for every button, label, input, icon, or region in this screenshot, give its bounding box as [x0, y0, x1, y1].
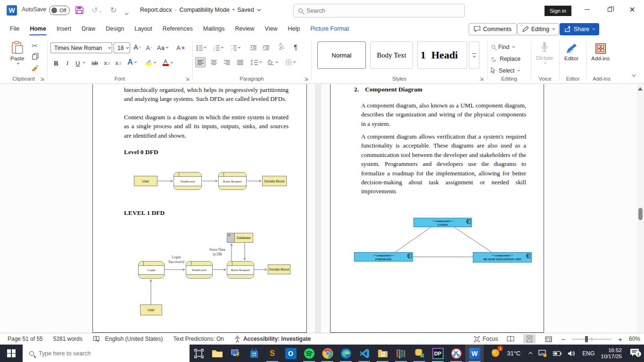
staruml-button[interactable]	[392, 345, 410, 362]
tab-help[interactable]: Help	[282, 22, 305, 36]
font-color-chevron-icon[interactable]	[171, 61, 173, 64]
minimize-button[interactable]	[576, 0, 598, 19]
scrollbar-thumb[interactable]	[638, 208, 643, 220]
bullets-button[interactable]	[196, 42, 206, 53]
justify-button[interactable]	[235, 57, 245, 67]
strikethrough-button[interactable]: ab	[90, 58, 99, 68]
tray-expand-icon[interactable]	[528, 352, 532, 355]
microsoft-store-button[interactable]	[245, 345, 263, 362]
read-mode-button[interactable]	[504, 334, 517, 344]
clock[interactable]: 16:52 10/17/25	[601, 347, 622, 360]
styles-gallery-more-button[interactable]	[469, 41, 479, 69]
select-button[interactable]: Select	[491, 66, 519, 75]
change-case-button[interactable]: Aa	[157, 42, 167, 53]
datagrip-button[interactable]: DP	[429, 345, 447, 362]
word-count[interactable]: 5281 words	[53, 336, 83, 342]
outlook-button[interactable]: O	[281, 345, 300, 362]
edge-button[interactable]	[337, 345, 355, 362]
addins-button[interactable]: Add-ins	[591, 43, 610, 61]
page-right[interactable]: 2. Component Diagram A component diagram…	[330, 84, 544, 333]
language-indicator[interactable]: English (United States)	[105, 336, 163, 342]
proofing-icon[interactable]	[93, 336, 100, 342]
titlebar-search[interactable]	[293, 4, 465, 17]
tab-insert[interactable]: Insert	[51, 22, 76, 36]
scroll-up-icon[interactable]	[638, 87, 643, 90]
flow-launcher-button[interactable]: S	[263, 345, 281, 362]
tab-design[interactable]: Design	[100, 22, 129, 36]
editor-button[interactable]: Editor	[564, 43, 578, 61]
save-icon[interactable]	[75, 6, 83, 14]
align-center-button[interactable]	[209, 57, 218, 67]
style-body-text[interactable]: Body Text	[370, 41, 413, 69]
tab-review[interactable]: Review	[230, 22, 260, 36]
dictate-button[interactable]: Dictate	[536, 41, 553, 64]
level1-dfd-diagram[interactable]: D Database Store Datain DB LoginSuccessf…	[133, 230, 296, 319]
spotify-button[interactable]	[300, 345, 318, 362]
document-canvas[interactable]: hierarchically organized, which helps in…	[0, 84, 644, 333]
level0-dfd-diagram[interactable]: User Dashboard Raise Request Donate Bloo…	[133, 172, 289, 195]
page-indicator[interactable]: Page 51 of 55	[8, 336, 43, 342]
taskbar-search[interactable]	[23, 345, 190, 362]
font-family-select[interactable]: Times New Roman	[50, 42, 112, 53]
highlight-chevron-icon[interactable]	[154, 61, 157, 64]
zoom-slider[interactable]	[572, 339, 611, 339]
temperature-label[interactable]: 31°C	[507, 350, 520, 357]
task-view-button[interactable]	[190, 345, 208, 362]
tab-mailings[interactable]: Mailings	[198, 22, 230, 36]
title-chevron-icon[interactable]	[257, 7, 261, 11]
wireless-display-icon[interactable]	[538, 350, 547, 357]
font-dialog-launcher[interactable]: ⇲	[185, 76, 189, 82]
battery-icon[interactable]	[553, 351, 561, 356]
pilcrow-button[interactable]: ¶	[291, 42, 300, 52]
autosave-toggle[interactable]: Off	[49, 6, 70, 15]
quick-access-chevron-icon[interactable]	[124, 8, 127, 17]
zoom-percentage[interactable]: 60%	[629, 336, 640, 342]
subscript-button[interactable]: x2	[102, 58, 112, 68]
database-tools-button[interactable]	[410, 345, 429, 362]
multilevel-list-button[interactable]: 1ai	[230, 42, 239, 53]
zoom-slider-thumb[interactable]	[585, 336, 588, 342]
numbering-button[interactable]: 123	[213, 42, 223, 53]
undo-icon[interactable]: ↺	[91, 6, 101, 15]
text-predictions[interactable]: Text Predictions: On	[173, 336, 224, 342]
snipping-tool-button[interactable]	[447, 345, 465, 362]
styles-dialog-launcher[interactable]: ⇲	[479, 76, 483, 82]
word-taskbar-button[interactable]: W	[465, 345, 484, 362]
borders-button[interactable]	[285, 57, 295, 67]
replace-button[interactable]: bc Replace	[490, 54, 520, 64]
search-input[interactable]	[306, 8, 438, 14]
bold-button[interactable]: B	[51, 58, 61, 68]
align-right-button[interactable]	[222, 57, 231, 67]
start-button[interactable]	[0, 345, 23, 362]
paragraph-dialog-launcher[interactable]: ⇲	[304, 76, 308, 82]
underline-button[interactable]: U	[73, 58, 83, 68]
style-normal[interactable]: Normal	[317, 41, 366, 69]
tab-home[interactable]: Home	[25, 22, 51, 36]
format-painter-button[interactable]	[31, 64, 39, 73]
web-layout-button[interactable]	[542, 334, 554, 344]
find-button[interactable]: Find	[491, 42, 514, 52]
clear-formatting-button[interactable]: A◆	[176, 42, 185, 53]
taskbar-search-input[interactable]	[39, 350, 171, 357]
font-size-select[interactable]: 18	[114, 42, 130, 53]
tab-layout[interactable]: Layout	[129, 22, 157, 36]
paste-button[interactable]: Paste	[10, 41, 24, 65]
component-diagram[interactable]: <<component>> USERS <<component>> FIREBA…	[349, 218, 538, 265]
close-button[interactable]: ✕	[621, 0, 643, 19]
editing-mode-button[interactable]: Editing	[517, 23, 559, 35]
redo-icon[interactable]: ↻	[110, 6, 116, 15]
clipboard-dialog-launcher[interactable]: ⇲	[40, 76, 44, 82]
align-left-button[interactable]	[195, 57, 206, 67]
vscode-button[interactable]	[355, 345, 373, 362]
increase-indent-button[interactable]	[261, 42, 271, 53]
tab-draw[interactable]: Draw	[76, 22, 100, 36]
weather-button[interactable]: 1	[490, 347, 501, 359]
notification-center-button[interactable]: 1	[630, 348, 639, 358]
vertical-scrollbar[interactable]	[637, 84, 644, 333]
remote-desktop-button[interactable]	[226, 345, 245, 362]
tab-references[interactable]: References	[157, 22, 198, 36]
zoom-in-button[interactable]: +	[618, 335, 622, 343]
underline-chevron-icon[interactable]	[83, 61, 86, 64]
shrink-font-button[interactable]: Aˇ	[144, 43, 154, 53]
volume-icon[interactable]	[568, 350, 576, 357]
